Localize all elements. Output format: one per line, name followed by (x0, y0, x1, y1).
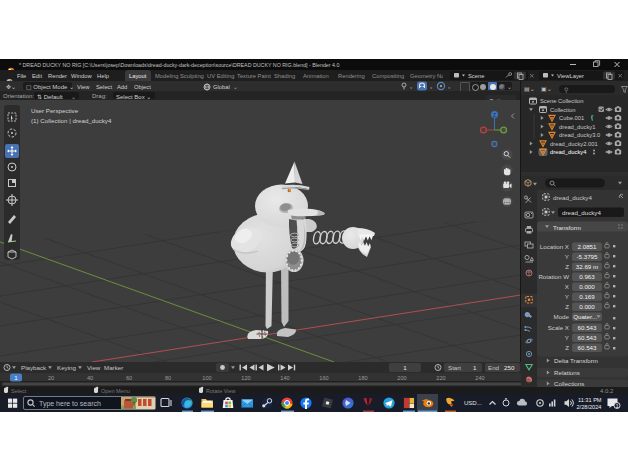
svg-text:11:31 PM: 11:31 PM (578, 397, 602, 403)
svg-text:(1) Collection | dread_ducky4: (1) Collection | dread_ducky4 (31, 117, 112, 124)
svg-text:60.543: 60.543 (578, 344, 597, 351)
svg-text:Collection: Collection (550, 107, 575, 113)
svg-text:ViewLayer: ViewLayer (557, 73, 584, 79)
svg-text:Relations: Relations (554, 369, 580, 376)
svg-text:250: 250 (504, 364, 515, 371)
svg-text:1: 1 (403, 364, 407, 371)
svg-text:Location X: Location X (540, 243, 569, 250)
svg-text:Rotation W: Rotation W (538, 273, 569, 280)
svg-text:Z: Z (493, 113, 496, 118)
svg-text:Y: Y (565, 253, 569, 260)
svg-text:60.543: 60.543 (578, 334, 597, 341)
svg-text:Rotate View: Rotate View (206, 388, 236, 394)
svg-text:Select: Select (11, 388, 27, 394)
svg-text:Keying: Keying (57, 364, 76, 371)
svg-text:120: 120 (241, 375, 250, 381)
svg-text:USD...: USD... (464, 400, 482, 406)
svg-text:X: X (565, 283, 569, 290)
svg-text:100: 100 (202, 375, 211, 381)
svg-text:1: 1 (473, 364, 477, 371)
svg-text:180: 180 (358, 375, 367, 381)
svg-text:Open Menu: Open Menu (101, 388, 130, 394)
svg-text:-5.3795: -5.3795 (577, 253, 599, 260)
svg-text:40: 40 (87, 375, 93, 381)
svg-text:2.0851: 2.0851 (578, 243, 597, 250)
svg-text:160: 160 (319, 375, 328, 381)
svg-text:2/28/2024: 2/28/2024 (577, 404, 602, 410)
svg-text:60.543: 60.543 (578, 324, 597, 331)
svg-text:200: 200 (397, 375, 406, 381)
svg-text:0.169: 0.169 (579, 293, 595, 300)
svg-text:dread_ducky3.0: dread_ducky3.0 (559, 132, 600, 138)
svg-text:Scene Collection: Scene Collection (540, 98, 584, 104)
svg-text:Cube.001: Cube.001 (559, 115, 584, 121)
svg-text:Transform: Transform (553, 224, 581, 231)
svg-text:140: 140 (280, 375, 289, 381)
svg-text:60: 60 (126, 375, 132, 381)
svg-text:Z: Z (565, 303, 569, 310)
svg-text:Z: Z (565, 263, 569, 270)
svg-text:1: 1 (616, 403, 619, 409)
svg-text:Scene: Scene (468, 73, 484, 79)
svg-text:End: End (488, 364, 500, 371)
svg-text:0.000: 0.000 (579, 303, 595, 310)
svg-text:0.963: 0.963 (579, 273, 595, 280)
svg-text:Mode: Mode (554, 313, 570, 320)
svg-text:dread_ducky4: dread_ducky4 (550, 149, 587, 155)
svg-text:Quater...: Quater... (573, 313, 597, 320)
svg-text:dread_ducky1: dread_ducky1 (559, 124, 595, 130)
svg-text:240: 240 (475, 375, 484, 381)
svg-text:dread_ducky4: dread_ducky4 (553, 194, 592, 201)
svg-text:User Perspective: User Perspective (31, 107, 79, 114)
svg-text:80: 80 (165, 375, 171, 381)
svg-text:dread_ducky2.001: dread_ducky2.001 (550, 141, 598, 147)
svg-text:dread_ducky4: dread_ducky4 (562, 209, 601, 216)
svg-text:220: 220 (436, 375, 445, 381)
svg-text:Y: Y (565, 293, 569, 300)
svg-text:Start: Start (448, 364, 461, 371)
svg-text:Type here to search: Type here to search (39, 400, 101, 408)
svg-text:View: View (87, 364, 101, 371)
svg-text:Playback: Playback (21, 364, 47, 371)
svg-text:20: 20 (48, 375, 54, 381)
svg-text:1: 1 (14, 374, 18, 381)
svg-text:Z: Z (565, 344, 569, 351)
svg-text:Marker: Marker (104, 364, 123, 371)
svg-text:Scale X: Scale X (548, 324, 569, 331)
svg-text:Y: Y (565, 334, 569, 341)
svg-text:32.69 m: 32.69 m (576, 263, 598, 270)
svg-text:0.000: 0.000 (579, 283, 595, 290)
svg-text:Delta Transform: Delta Transform (554, 357, 598, 364)
